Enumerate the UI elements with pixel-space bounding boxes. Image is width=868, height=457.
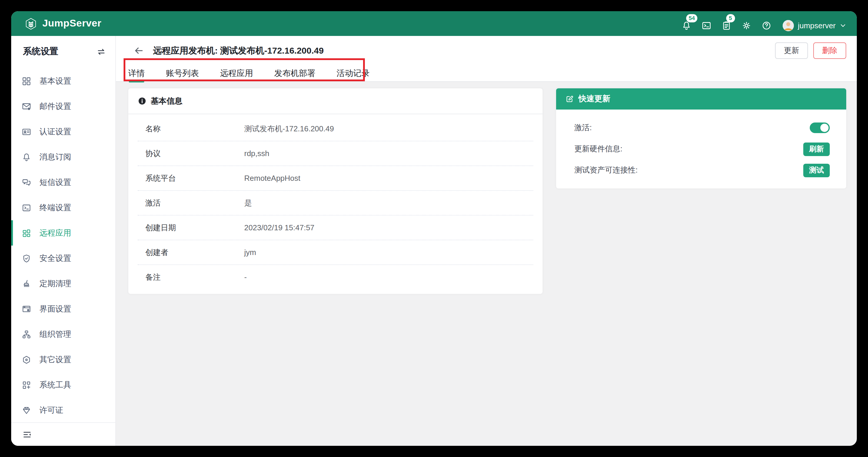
topbar-actions: 54 5 [681, 16, 846, 31]
quick-update-body: 激活:更新硬件信息:刷新测试资产可连接性:测试 [556, 110, 846, 189]
info-row-value: 测试发布机-172.16.200.49 [244, 123, 334, 134]
test-connectivity-button[interactable]: 测试 [803, 164, 830, 177]
tab-details[interactable]: 详情 [128, 64, 145, 82]
ticket-icon[interactable]: 5 [721, 21, 731, 31]
basic-info-card: 基本信息 名称测试发布机-172.16.200.49协议rdp,ssh系统平台R… [128, 88, 542, 294]
info-row-value: 是 [244, 198, 252, 208]
sidebar-item-email-settings[interactable]: 邮件设置 [11, 94, 115, 119]
sidebar-item-other-settings[interactable]: 其它设置 [11, 347, 115, 372]
nut-icon [22, 355, 31, 364]
sidebar-item-basic-settings[interactable]: 基本设置 [11, 68, 115, 94]
sidebar-item-label: 消息订阅 [39, 152, 71, 162]
quick-update-title: 快速更新 [579, 94, 610, 104]
remote-app-icon [22, 228, 31, 238]
info-row-label: 系统平台 [145, 173, 244, 183]
tab-remote-apps[interactable]: 远程应用 [220, 64, 253, 82]
username: jumpserver [798, 21, 836, 30]
gear-icon[interactable] [741, 21, 751, 31]
active-indicator [11, 220, 13, 246]
sidebar-item-label: 认证设置 [39, 126, 71, 137]
brand-name: JumpServer [42, 18, 101, 29]
info-row-created-by: 创建者jym [138, 240, 533, 265]
top-navbar: JumpServer 54 [11, 11, 857, 36]
sidebar-item-label: 短信设置 [39, 177, 71, 188]
info-row-label: 协议 [145, 148, 244, 159]
info-row-label: 名称 [145, 123, 244, 134]
sidebar-item-org-management[interactable]: 组织管理 [11, 321, 115, 347]
quick-update-header: 快速更新 [556, 88, 846, 110]
tabs: 详情账号列表远程应用发布机部署活动记录 [116, 64, 857, 82]
refresh-hardware-button[interactable]: 刷新 [803, 142, 830, 156]
update-button[interactable]: 更新 [775, 42, 808, 59]
web-terminal-icon[interactable] [701, 21, 711, 31]
sidebar-item-label: 远程应用 [39, 228, 71, 238]
collapse-sidebar-icon[interactable] [22, 430, 32, 439]
sidebar-item-label: 其它设置 [39, 354, 71, 365]
info-row-value: 2023/02/19 15:47:57 [244, 223, 314, 232]
info-row-protocol: 协议rdp,ssh [138, 141, 533, 166]
shield-icon [22, 254, 31, 263]
chevron-down-icon [840, 22, 846, 29]
tab-account-list[interactable]: 账号列表 [166, 64, 199, 82]
terminal-icon [22, 203, 31, 212]
broom-icon [22, 279, 31, 288]
info-row-value: - [244, 273, 247, 282]
info-row-label: 备注 [145, 272, 244, 282]
sidebar-item-license[interactable]: 许可证 [11, 398, 115, 423]
quick-update-card: 快速更新 激活:更新硬件信息:刷新测试资产可连接性:测试 [556, 88, 846, 189]
info-row-active: 激活是 [138, 191, 533, 216]
sidebar-item-sms-settings[interactable]: 短信设置 [11, 170, 115, 195]
info-row-name: 名称测试发布机-172.16.200.49 [138, 117, 533, 141]
tools-icon [22, 380, 31, 390]
basic-info-header: 基本信息 [128, 88, 542, 114]
sidebar-item-remote-apps[interactable]: 远程应用 [11, 220, 115, 246]
info-row-label: 创建日期 [145, 222, 244, 233]
info-row-label: 激活 [145, 198, 244, 208]
quick-row-refresh-hardware: 更新硬件信息:刷新 [575, 138, 830, 160]
sidebar-item-auth-settings[interactable]: 认证设置 [11, 119, 115, 144]
sidebar-item-security-settings[interactable]: 安全设置 [11, 246, 115, 271]
info-row-value: jym [244, 248, 256, 257]
notification-badge: 54 [686, 14, 698, 22]
sidebar-item-label: 界面设置 [39, 304, 71, 314]
sidebar-header: 系统设置 [11, 36, 115, 59]
sidebar: 系统设置 基本设置邮件设置认证设置消息订阅短信设置终端设置远程应用安全设置定期清… [11, 36, 116, 446]
quick-row-label: 测试资产可连接性: [575, 165, 638, 175]
sidebar-item-periodic-cleanup[interactable]: 定期清理 [11, 271, 115, 296]
screenshot-frame: JumpServer 54 [0, 0, 868, 457]
sidebar-item-system-tools[interactable]: 系统工具 [11, 372, 115, 398]
jumpserver-logo-icon [24, 17, 38, 30]
help-icon[interactable] [761, 21, 771, 31]
active-toggle[interactable] [810, 122, 830, 133]
sidebar-footer [11, 422, 115, 446]
title-row: 远程应用发布机: 测试发布机-172.16.200.49 更新 删除 [116, 36, 857, 64]
switch-view-icon[interactable] [96, 47, 106, 56]
tab-activity-log[interactable]: 活动记录 [337, 64, 370, 82]
brand-logo[interactable]: JumpServer [24, 17, 101, 30]
tab-host-deployment[interactable]: 发布机部署 [274, 64, 315, 82]
quick-row-active-toggle: 激活: [575, 117, 830, 138]
info-row-value: RemoteAppHost [244, 174, 301, 182]
basic-info-title: 基本信息 [151, 96, 182, 106]
quick-row-label: 激活: [575, 122, 592, 133]
info-row-comment: 备注- [138, 265, 533, 289]
quick-row-label: 更新硬件信息: [575, 144, 622, 154]
sidebar-item-label: 邮件设置 [39, 101, 71, 112]
info-row-date-created: 创建日期2023/02/19 15:47:57 [138, 216, 533, 240]
sidebar-item-label: 基本设置 [39, 76, 71, 86]
id-card-icon [22, 127, 31, 136]
sidebar-title: 系统设置 [23, 46, 58, 57]
sidebar-item-label: 系统工具 [39, 379, 71, 390]
bell-icon [22, 152, 31, 162]
sidebar-nav: 基本设置邮件设置认证设置消息订阅短信设置终端设置远程应用安全设置定期清理界面设置… [11, 68, 115, 423]
sidebar-item-terminal-settings[interactable]: 终端设置 [11, 195, 115, 220]
sidebar-item-message-subscription[interactable]: 消息订阅 [11, 144, 115, 170]
content-area: 基本信息 名称测试发布机-172.16.200.49协议rdp,ssh系统平台R… [116, 82, 857, 446]
quick-row-test-connectivity: 测试资产可连接性:测试 [575, 160, 830, 181]
sidebar-item-interface-settings[interactable]: 界面设置 [11, 296, 115, 321]
user-menu[interactable]: jumpserver [782, 20, 846, 31]
bell-icon[interactable]: 54 [681, 21, 691, 31]
delete-button[interactable]: 删除 [813, 42, 846, 59]
header-buttons: 更新 删除 [775, 42, 846, 59]
back-arrow-icon[interactable] [133, 45, 144, 56]
